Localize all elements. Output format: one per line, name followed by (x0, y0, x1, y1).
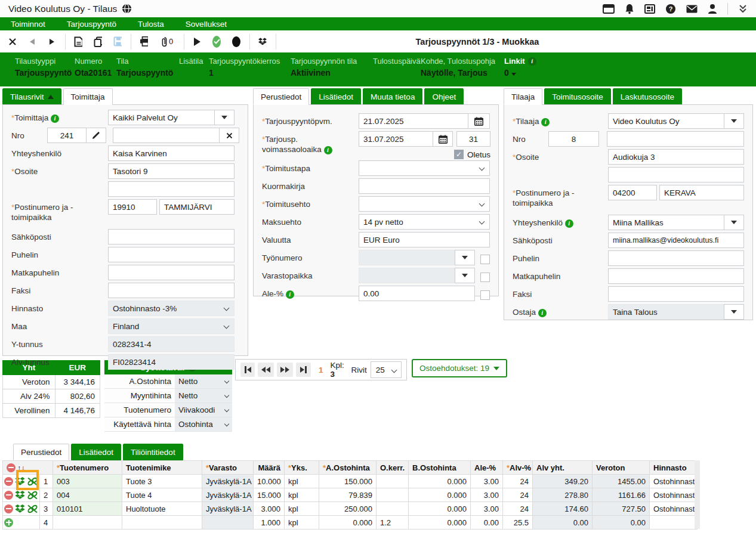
col-yks[interactable]: *Yks. (285, 461, 319, 475)
col-o-kerr[interactable]: O.kerr. (377, 461, 409, 475)
cell-yks[interactable]: kpl (285, 475, 319, 488)
cell-tuotenimike[interactable] (122, 516, 202, 530)
maksuehto-select[interactable]: 14 pv netto (359, 214, 490, 230)
toimitusehto-select[interactable] (359, 196, 490, 212)
toimittaja-nro-input[interactable] (47, 128, 87, 143)
pvm-calendar-button[interactable] (468, 113, 490, 129)
purchase-suggestions-button[interactable]: Ostoehdotukset: 19 (412, 359, 507, 377)
myyntihinta-select[interactable]: Netto (175, 389, 232, 403)
page-size-select[interactable]: 25 (371, 361, 402, 378)
print-button[interactable] (136, 34, 152, 49)
puhelin-input[interactable] (108, 247, 234, 262)
run-button[interactable] (189, 34, 205, 49)
cell-b-ostohinta[interactable]: 0.000 (409, 516, 471, 530)
tab-rows-lisatiedot[interactable]: Lisätiedot (71, 444, 121, 460)
cell-tuotenumero[interactable]: 003 (53, 475, 122, 488)
cell-hinnasto[interactable]: Ostohinnasto (650, 475, 698, 488)
tab-tilaaja[interactable]: Tilaaja (504, 88, 542, 105)
voimassa-calendar-button[interactable] (433, 131, 453, 147)
col-tuotenumero[interactable]: *Tuotenumero (53, 461, 122, 475)
dropbox-button[interactable] (255, 34, 270, 49)
oletus-checkbox[interactable]: ✓ (454, 150, 464, 159)
prev-record-button[interactable] (24, 34, 40, 49)
tab-rows-tiliointitiedot[interactable]: Tiliöintitiedot (123, 444, 183, 460)
col-varasto[interactable]: *Varasto (202, 461, 254, 475)
copy-button[interactable] (90, 34, 106, 49)
tilaaja-nro-input[interactable] (548, 131, 599, 147)
voimassa-date-input[interactable] (359, 131, 433, 147)
unlink-icon[interactable] (27, 504, 38, 514)
table-scrollbar[interactable] (695, 460, 700, 529)
yhteyshenkilo-dropdown-button[interactable] (724, 215, 744, 230)
edit-supplier-button[interactable] (86, 128, 106, 143)
tilaaja-matkapuhelin-input[interactable] (608, 268, 744, 284)
maa-select[interactable]: Finland (108, 318, 234, 334)
tilaaja-toimipaikka-input[interactable] (659, 185, 744, 200)
menu-tarjouspyynto[interactable]: Tarjouspyyntö (67, 20, 116, 29)
cell-yks[interactable]: kpl (285, 502, 319, 516)
tab-rows-perustiedot[interactable]: Perustiedot (13, 444, 69, 460)
tilaaja-osoite2-input[interactable] (608, 167, 744, 182)
cell-a-ostohinta[interactable]: 0.000 (319, 516, 377, 530)
unlink-icon[interactable] (27, 490, 38, 500)
save-button[interactable] (110, 34, 125, 49)
info-icon[interactable]: i (541, 118, 550, 126)
cell-b-ostohinta[interactable]: 0.000 (409, 475, 471, 488)
window-icon[interactable] (603, 4, 615, 14)
clear-supplier-button[interactable] (219, 128, 239, 143)
dropbox-icon[interactable] (15, 477, 25, 486)
col-alv[interactable]: *Alv-% (503, 461, 533, 475)
cell-o-kerr[interactable] (377, 488, 409, 502)
first-page-button[interactable] (240, 363, 255, 377)
tab-toimittaja[interactable]: Toimittaja (63, 88, 113, 105)
info-icon[interactable]: i (528, 57, 536, 66)
cell-tuotenumero[interactable] (53, 516, 122, 530)
tilaaja-puhelin-input[interactable] (608, 250, 744, 266)
tilaaja-yhteyshenkilo-input[interactable] (608, 215, 724, 230)
toimipaikka-input[interactable] (159, 199, 234, 215)
news-icon[interactable] (644, 4, 655, 14)
dropbox-icon[interactable] (15, 504, 25, 513)
mail-icon[interactable] (686, 5, 698, 13)
col-maara[interactable]: Määrä (254, 461, 285, 475)
globe-icon[interactable] (122, 4, 132, 14)
varastopaikka-dropdown-button[interactable] (455, 268, 475, 283)
toimittaja-input[interactable] (108, 110, 215, 125)
tab-perustiedot[interactable]: Perustiedot (253, 88, 309, 105)
col-ale[interactable]: Ale-% (471, 461, 503, 475)
approve-button[interactable] (209, 34, 224, 49)
faksi-input[interactable] (108, 283, 234, 298)
cell-yks[interactable]: kpl (285, 488, 319, 502)
tilaaja-input[interactable] (608, 113, 724, 129)
a-ostohinta-select[interactable]: Netto (175, 374, 232, 388)
cell-yks[interactable]: kpl (285, 516, 319, 530)
cell-tuotenimike[interactable]: Huoltotuote (122, 502, 202, 516)
col-alv-yht[interactable]: Alv yht. (533, 461, 593, 475)
current-page[interactable]: 1 (319, 366, 323, 374)
cell-o-kerr[interactable] (377, 502, 409, 516)
toimittaja-dropdown-button[interactable] (214, 110, 234, 125)
tilaaja-sahkoposti-input[interactable] (608, 233, 744, 248)
help-icon[interactable]: ? (665, 4, 676, 14)
tarjouspyyntopvm-input[interactable] (359, 113, 468, 129)
tab-ohjeet[interactable]: Ohjeet (424, 88, 464, 105)
sahkoposti-input[interactable] (108, 229, 234, 244)
ale-input[interactable] (359, 286, 475, 301)
col-hinnasto[interactable]: Hinnasto (650, 461, 698, 475)
tyonumero-dropdown-button[interactable] (455, 250, 475, 265)
cell-a-ostohinta[interactable]: 150.000 (319, 475, 377, 488)
delete-all-icon[interactable] (7, 463, 16, 472)
prev-page-button[interactable] (258, 363, 274, 377)
cell-maara[interactable]: 10.000 (254, 475, 285, 488)
cell-b-ostohinta[interactable]: 0.000 (409, 502, 471, 516)
info-icon[interactable]: i (324, 146, 332, 154)
cell-a-ostohinta[interactable]: 79.839 (319, 488, 377, 502)
varastopaikka-checkbox[interactable] (480, 273, 490, 282)
cell-o-kerr[interactable] (377, 475, 409, 488)
delete-row-icon[interactable] (4, 491, 13, 500)
cell-o-kerr[interactable]: 1.2 (377, 516, 409, 530)
cell-ale[interactable]: 3.00 (471, 475, 503, 488)
dropbox-icon[interactable] (15, 491, 25, 500)
cell-hinnasto[interactable] (650, 516, 698, 530)
col-b-ostohinta[interactable]: B.Ostohinta (409, 461, 471, 475)
